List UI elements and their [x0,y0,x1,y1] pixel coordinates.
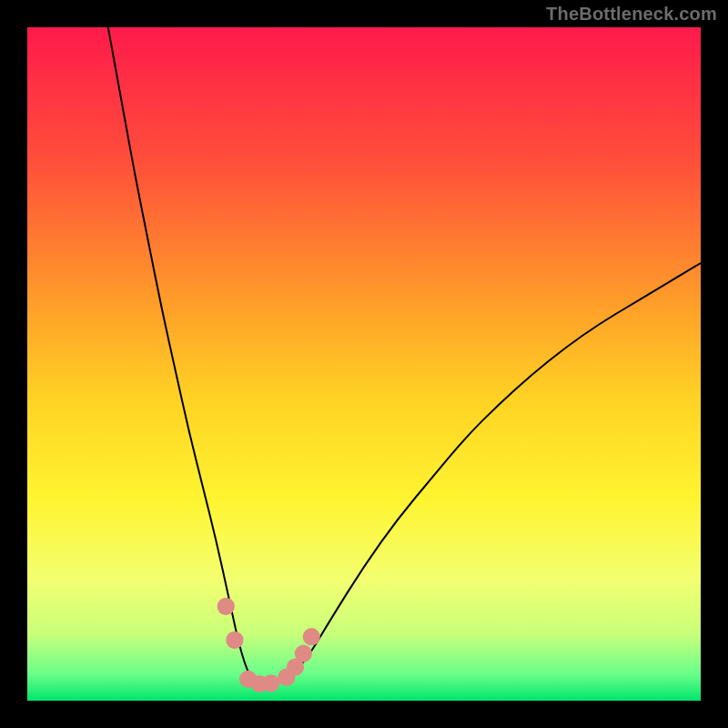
highlight-point [262,674,279,692]
chart-svg [27,27,701,701]
watermark-text: TheBottleneck.com [546,4,717,25]
highlight-point [303,628,320,645]
chart-background [27,27,701,701]
highlight-point [217,598,235,615]
highlight-point [226,632,243,649]
highlight-point [295,645,312,662]
chart-frame: TheBottleneck.com [0,0,728,728]
